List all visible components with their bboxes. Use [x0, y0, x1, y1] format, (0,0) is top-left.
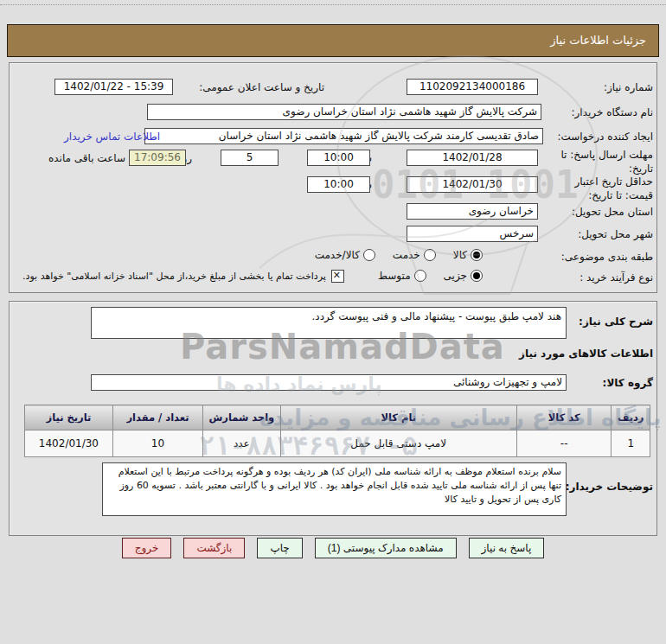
treasury-checkbox-checked-icon[interactable] — [331, 270, 344, 283]
remaining-hours-label: ساعت باقی مانده — [48, 152, 125, 164]
price-validity-date-field[interactable]: 1402/01/30 — [407, 176, 538, 193]
delivery-city-field[interactable]: سرخس — [407, 226, 538, 242]
buyer-contact-link[interactable]: اطلاعات تماس خریدار — [64, 131, 160, 143]
category-option-goods-label: کالا — [453, 249, 467, 261]
price-validity-time-field[interactable]: 10:00 — [307, 176, 370, 193]
delivery-province-field[interactable]: خراسان رضوی — [407, 203, 538, 220]
cell-need-date: 1402/01/30 — [25, 430, 113, 457]
category-option-goods[interactable]: کالا — [453, 249, 483, 261]
goods-table-row: 1 -- لامپ دستی قابل حمل عدد 10 1402/01/3… — [25, 430, 650, 457]
reply-deadline-date-field[interactable]: 1402/01/28 — [407, 150, 538, 166]
cell-item-code: -- — [516, 430, 612, 457]
col-quantity: تعداد / مقدار — [112, 405, 202, 430]
category-label: طبقه بندی موضوعی: — [561, 251, 653, 263]
category-option-service[interactable]: خدمت — [393, 249, 436, 261]
radio-selected-icon[interactable] — [471, 270, 483, 282]
action-buttons: پاسخ به نیاز مشاهده مدارک پیوستی (1) چاپ… — [0, 538, 666, 558]
col-item-code: کد کالا — [516, 405, 612, 430]
cell-row-number: 1 — [612, 430, 650, 457]
need-number-field[interactable]: 1102092134000186 — [407, 79, 538, 95]
process-type-options: جزیی متوسط — [378, 270, 483, 282]
reply-deadline-label: مهلت ارسال پاسخ: تا تاریخ: — [548, 149, 653, 175]
need-details-page: جزئیات اطلاعات نیاز 0101 1001 شماره نیاز… — [0, 0, 666, 644]
col-item-name: نام کالا — [280, 405, 516, 430]
delivery-city-label: شهر محل تحویل: — [578, 228, 653, 240]
radio-icon[interactable] — [363, 249, 375, 261]
radio-icon[interactable] — [414, 270, 426, 282]
page-title: جزئیات اطلاعات نیاز — [7, 24, 659, 57]
process-option-medium-label: متوسط — [378, 270, 411, 282]
category-option-service-label: خدمت — [393, 249, 420, 261]
price-validity-label: حداقل تاریخ اعتبار قیمت: تا تاریخ: — [548, 175, 653, 202]
buyer-notes-textarea[interactable]: سلام برنده استعلام موظف به ارائه شناسه م… — [102, 462, 567, 516]
treasury-note-row: پرداخت تمام یا بخشی از مبلغ خرید،از محل … — [22, 270, 344, 283]
process-option-medium[interactable]: متوسط — [378, 270, 426, 282]
col-row-number: ردیف — [612, 405, 650, 430]
back-button[interactable]: بازگشت — [183, 538, 245, 558]
remaining-days-field[interactable]: 5 — [221, 150, 279, 166]
need-description-textarea[interactable]: هند لامپ طبق پیوست - پیشنهاد مالی و فنی … — [91, 307, 567, 339]
creator-field[interactable]: صادق تقدیسی کارمند شرکت پالایش گاز شهید … — [144, 128, 543, 144]
cell-quantity: 10 — [112, 430, 202, 457]
goods-group-field[interactable]: لامپ و تجهیزات روشنائی — [91, 374, 567, 391]
view-attachments-button[interactable]: مشاهده مدارک پیوستی (1) — [315, 538, 457, 558]
delivery-province-label: استان محل تحویل: — [572, 206, 653, 218]
remaining-countdown-field: 17:09:56 — [129, 150, 186, 166]
announce-datetime-field[interactable]: 1402/01/22 - 15:39 — [54, 79, 173, 95]
goods-group-label: گروه کالا: — [603, 377, 653, 389]
radio-icon[interactable] — [424, 249, 436, 261]
buyer-org-label: نام دستگاه خریدار: — [572, 106, 654, 118]
col-unit: واحد شمارش — [203, 405, 280, 430]
buyer-notes-label: توضیحات خریدار: — [566, 481, 653, 493]
process-option-minor-label: جزیی — [444, 270, 467, 282]
category-options: کالا خدمت کالا/خدمت — [315, 249, 483, 261]
category-option-goods-service-label: کالا/خدمت — [315, 249, 360, 261]
cell-item-name: لامپ دستی قابل حمل — [280, 430, 516, 457]
treasury-note-text: پرداخت تمام یا بخشی از مبلغ خرید،از محل … — [22, 271, 326, 282]
process-option-minor[interactable]: جزیی — [444, 270, 483, 282]
process-type-label: نوع فرآیند خرید : — [580, 271, 653, 284]
goods-table: ردیف کد کالا نام کالا واحد شمارش تعداد /… — [24, 405, 650, 457]
col-need-date: تاریخ نیاز — [25, 405, 113, 430]
exit-button[interactable]: خروج — [122, 538, 172, 558]
radio-selected-icon[interactable] — [471, 249, 483, 261]
print-button[interactable]: چاپ — [257, 538, 302, 558]
creator-label: ایجاد کننده درخواست: — [557, 131, 653, 143]
goods-table-header-row: ردیف کد کالا نام کالا واحد شمارش تعداد /… — [25, 405, 650, 430]
need-description-label: شرح کلی نیاز: — [579, 316, 653, 328]
cell-unit: عدد — [203, 430, 280, 457]
goods-info-heading: اطلاعات کالاهای مورد نیاز — [519, 348, 653, 360]
buyer-org-field[interactable]: شرکت پالایش گاز شهید هاشمی نژاد استان خر… — [147, 104, 541, 120]
reply-deadline-time-field[interactable]: 10:00 — [307, 150, 370, 166]
top-dotted-divider — [0, 4, 666, 5]
category-option-goods-service[interactable]: کالا/خدمت — [315, 249, 375, 261]
need-number-label: شماره نیاز: — [604, 81, 653, 93]
announce-datetime-label: تاریخ و ساعت اعلان عمومی: — [199, 81, 324, 93]
reply-to-need-button[interactable]: پاسخ به نیاز — [469, 538, 545, 558]
